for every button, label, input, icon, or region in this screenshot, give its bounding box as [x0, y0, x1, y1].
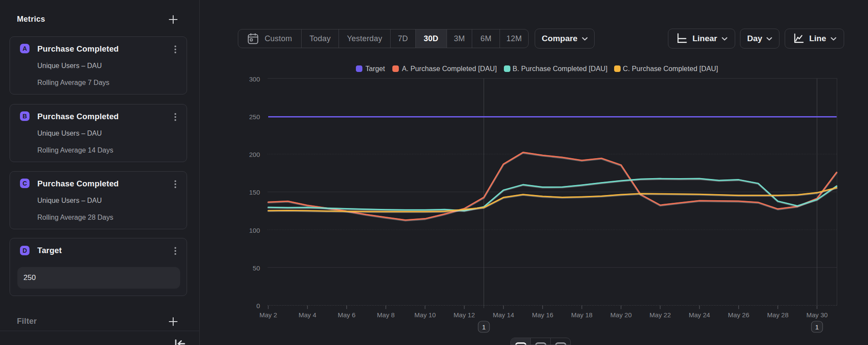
svg-text:50: 50 [253, 264, 260, 272]
svg-text:C. Purchase Completed [DAU]: C. Purchase Completed [DAU] [623, 65, 718, 72]
svg-text:May 14: May 14 [493, 311, 514, 319]
svg-text:0: 0 [256, 302, 260, 309]
svg-text:May 4: May 4 [299, 311, 316, 319]
svg-text:May 22: May 22 [650, 311, 671, 319]
svg-text:Target: Target [365, 65, 385, 72]
svg-text:May 28: May 28 [767, 311, 789, 319]
svg-text:150: 150 [249, 189, 260, 196]
svg-text:1: 1 [482, 323, 486, 331]
svg-text:May 20: May 20 [610, 311, 631, 319]
svg-text:May 12: May 12 [454, 311, 475, 319]
svg-text:A. Purchase Completed [DAU]: A. Purchase Completed [DAU] [402, 65, 497, 72]
svg-text:May 10: May 10 [414, 311, 436, 319]
svg-text:250: 250 [249, 113, 260, 120]
svg-text:B. Purchase Completed [DAU]: B. Purchase Completed [DAU] [513, 65, 608, 72]
svg-text:100: 100 [249, 227, 260, 234]
svg-text:300: 300 [249, 75, 260, 83]
svg-text:May 24: May 24 [689, 311, 710, 319]
svg-text:May 8: May 8 [377, 311, 395, 319]
svg-text:May 16: May 16 [532, 311, 553, 319]
svg-text:May 26: May 26 [728, 311, 749, 319]
svg-text:May 18: May 18 [571, 311, 592, 319]
svg-text:200: 200 [249, 151, 260, 158]
svg-text:May 6: May 6 [338, 311, 355, 319]
svg-text:1: 1 [815, 323, 819, 331]
svg-text:May 30: May 30 [806, 311, 828, 319]
svg-text:May 2: May 2 [260, 311, 277, 319]
